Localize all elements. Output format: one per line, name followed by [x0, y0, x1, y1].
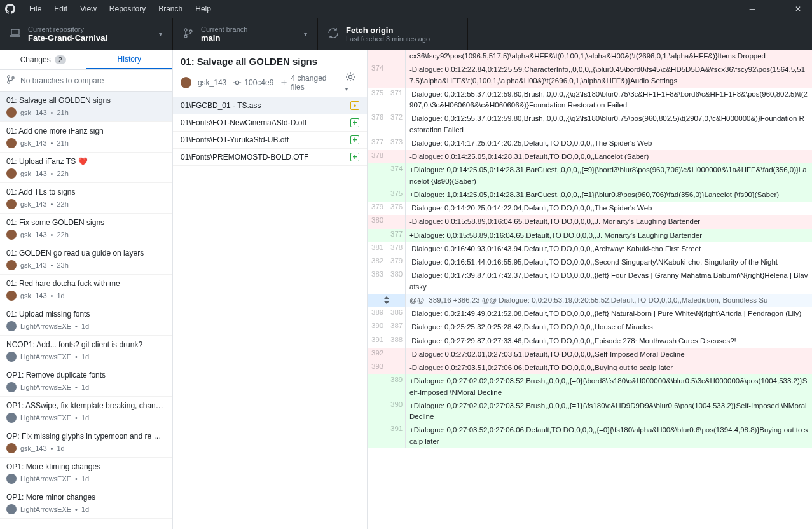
menu-view[interactable]: View	[74, 4, 103, 13]
svg-point-1	[184, 35, 187, 38]
tab-changes[interactable]: Changes 2	[0, 50, 86, 69]
compare-bar[interactable]: No branches to compare	[0, 70, 172, 92]
line-number-new: 375	[387, 188, 406, 202]
commit-item-author: LightArrowsEXE	[20, 353, 71, 361]
commit-item-time: 21h	[57, 139, 68, 147]
sidebar-tabs: Changes 2 History	[0, 50, 172, 70]
line-number-new: 388	[387, 334, 406, 348]
git-branch-icon	[6, 75, 15, 86]
diff-line: 391 388 Dialogue: 0,0:27:29.87,0:27:33.4…	[368, 334, 812, 348]
computer-icon	[10, 28, 20, 40]
svg-point-6	[236, 81, 239, 84]
commit-title: 01: Salvage all GOLDEN signs	[181, 56, 359, 67]
commit-item-title: NCOP1: Add... fonts? git client is drunk…	[6, 340, 166, 349]
avatar	[6, 199, 17, 209]
fetch-button[interactable]: Fetch origin Last fetched 3 minutes ago	[318, 18, 468, 50]
avatar	[181, 77, 191, 88]
file-row[interactable]: 01\FGCBD_01 - TS.ass •	[173, 97, 367, 114]
commit-item[interactable]: 01: Add TLs to signs gsk_143 • 22h	[0, 183, 172, 214]
diff-pane[interactable]: cx36\fscy92\pos(1096.5,517.5)\alpha&HFF&…	[368, 50, 812, 529]
commit-item-title: OP1: Remove duplicate fonts	[6, 371, 166, 380]
commit-item-title: 01: GOLDEN go read ua guide on layers	[6, 249, 166, 258]
added-icon: +	[350, 153, 359, 161]
expand-hunk-icon[interactable]	[368, 294, 406, 307]
commit-detail-pane: 01: Salvage all GOLDEN signs gsk_143 100…	[173, 50, 368, 529]
tab-history[interactable]: History	[86, 50, 173, 69]
avatar	[6, 138, 17, 148]
diff-line: 378 -Dialogue: 0,0:14:25.05,0:14:28.31,D…	[368, 150, 812, 163]
avatar	[6, 352, 17, 362]
commit-item-author: gsk_143	[20, 139, 47, 147]
diff-line: 374 -Dialogue: 0,0:12:22.84,0:12:25.59,C…	[368, 63, 812, 88]
compare-text: No branches to compare	[20, 76, 104, 85]
commit-item-title: OP1: More ktiming changes	[6, 462, 166, 471]
menu-help[interactable]: Help	[189, 4, 217, 13]
menu-branch[interactable]: Branch	[152, 4, 189, 13]
commit-item[interactable]: OP1: More ktiming changes LightArrowsEXE…	[0, 458, 172, 488]
diff-line: 389 +Dialogue: 0,0:27:02.02,0:27:03.52,B…	[368, 374, 812, 399]
line-number-new	[387, 348, 406, 361]
sidebar: Changes 2 History No branches to compare…	[0, 50, 173, 529]
file-row[interactable]: 01\Fonts\FOT-NewCinemaAStd-D.otf +	[173, 114, 367, 132]
commit-item[interactable]: OP: Fix missing glyphs in typemoon and r…	[0, 427, 172, 458]
diff-line: 391 +Dialogue: 0,0:27:03.52,0:27:06.06,D…	[368, 423, 812, 448]
commit-item[interactable]: OP1: More minor changes LightArrowsEXE •…	[0, 488, 172, 519]
file-row[interactable]: 01\Fonts\PREMOMOSTD-BOLD.OTF +	[173, 149, 367, 166]
commit-item-title: 01: Upload missing fonts	[6, 310, 166, 319]
line-number-old: 382	[368, 256, 387, 269]
commit-item-title: OP1: More minor changes	[6, 493, 166, 502]
commit-item-time: 21h	[57, 109, 68, 116]
line-number-new	[387, 63, 406, 88]
line-number-old	[368, 423, 387, 448]
diff-line: 382 379 Dialogue: 0,0:16:51.44,0:16:55.9…	[368, 256, 812, 269]
commit-item[interactable]: 01: GOLDEN go read ua guide on layers gs…	[0, 244, 172, 275]
file-row[interactable]: 01\Fonts\FOT-YurukaStd-UB.otf +	[173, 132, 367, 149]
diff-line: 390 +Dialogue: 0,0:27:02.02,0:27:03.52,B…	[368, 399, 812, 424]
commit-item-time: 1d	[81, 505, 89, 513]
commit-item[interactable]: 01: Red hare dotcha fuck with me gsk_143…	[0, 275, 172, 305]
commit-item[interactable]: OP1: Remove duplicate fonts LightArrowsE…	[0, 366, 172, 397]
close-icon[interactable]: ✕	[794, 5, 802, 13]
commit-item[interactable]: 01: Upload iFanz TS ❤️ gsk_143 • 22h	[0, 153, 172, 183]
repo-dropdown[interactable]: Current repository Fate-Grand-Carnival ▾	[0, 18, 173, 50]
line-number-new: 372	[387, 112, 406, 137]
commit-item-author: LightArrowsEXE	[20, 322, 71, 330]
branch-dropdown[interactable]: Current branch main ▾	[173, 18, 318, 50]
commit-item[interactable]: 01: Add one more iFanz sign gsk_143 • 21…	[0, 122, 172, 153]
diff-line: 393 -Dialogue: 0,0:27:03.51,0:27:06.06,D…	[368, 361, 812, 374]
commit-item[interactable]: 01: Fix some GOLDEN signs gsk_143 • 22h	[0, 214, 172, 244]
commit-item[interactable]: 01: Salvage all GOLDEN signs gsk_143 • 2…	[0, 92, 172, 122]
line-number-old: 390	[368, 320, 387, 334]
line-number-old: 375	[368, 88, 387, 113]
diff-line: 389 386 Dialogue: 0,0:21:49.49,0:21:52.0…	[368, 307, 812, 320]
maximize-icon[interactable]: ☐	[771, 5, 779, 13]
menu-file[interactable]: File	[23, 4, 48, 13]
commit-item-author: gsk_143	[20, 170, 47, 177]
commit-item[interactable]: 01: Upload missing fonts LightArrowsEXE …	[0, 305, 172, 336]
chevron-down-icon: ▾	[159, 31, 162, 38]
branch-value: main	[201, 33, 247, 43]
minimize-icon[interactable]: ─	[748, 5, 756, 13]
commit-item[interactable]: NCOP1: Add... fonts? git client is drunk…	[0, 336, 172, 366]
gear-icon[interactable]: ▾	[345, 72, 359, 93]
commit-item-title: 01: Add one more iFanz sign	[6, 127, 166, 135]
commit-list[interactable]: 01: Salvage all GOLDEN signs gsk_143 • 2…	[0, 92, 172, 529]
line-number-new	[387, 215, 406, 228]
diff-line: 381 378 Dialogue: 0,0:16:40.93,0:16:43.9…	[368, 242, 812, 256]
line-number-new: 389	[387, 374, 406, 399]
diff-line: 374 +Dialogue: 0,0:14:25.05,0:14:28.31,B…	[368, 163, 812, 188]
commit-sha-icon: 100c4e9	[233, 78, 273, 87]
commit-item-author: gsk_143	[20, 261, 47, 269]
repo-label: Current repository	[28, 25, 107, 33]
line-number-old: 383	[368, 269, 387, 294]
commit-item[interactable]: OP1: ASSwipe, fix ktemplate breaking, ch…	[0, 397, 172, 427]
menu-edit[interactable]: Edit	[48, 4, 74, 13]
line-number-old: 377	[368, 137, 387, 150]
line-number-new	[387, 150, 406, 163]
diff-line: 390 387 Dialogue: 0,0:25:25.32,0:25:28.4…	[368, 320, 812, 334]
diff-line: 377 +Dialogue: 0,0:15:58.89,0:16:04.65,D…	[368, 229, 812, 242]
menu-repository[interactable]: Repository	[103, 4, 152, 13]
avatar	[6, 413, 17, 423]
diff-line: 392 -Dialogue: 0,0:27:02.01,0:27:03.51,D…	[368, 348, 812, 361]
avatar	[6, 168, 17, 179]
